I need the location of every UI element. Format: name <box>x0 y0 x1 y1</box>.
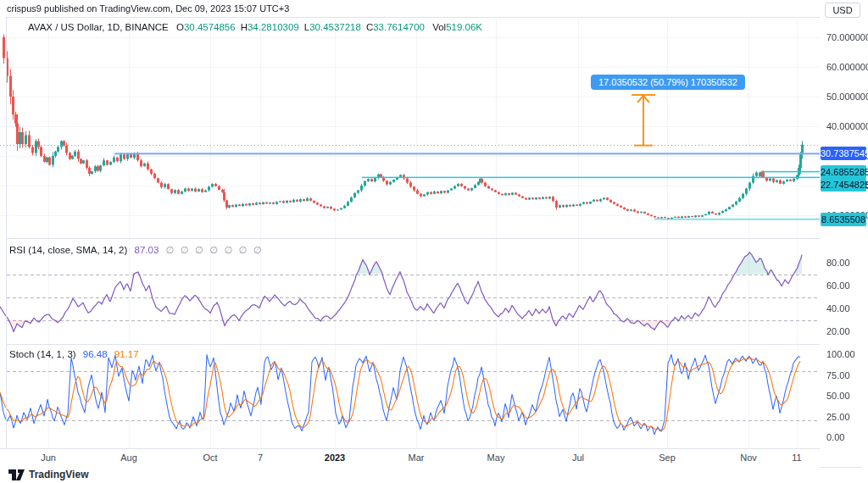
stoch-d-value: 91.17 <box>114 349 139 359</box>
ohlc-values: O30.4574856H34.2810309L30.4537218C33.761… <box>171 22 425 32</box>
frame-left-border <box>6 17 7 467</box>
rsi-empty-values: ∅ ∅ ∅ ∅ ∅ ∅ ∅ <box>166 245 264 255</box>
stoch-tick: 75.00 <box>826 370 850 380</box>
price-axis[interactable]: 70.000000060.000000050.000000040.0000000… <box>820 17 868 467</box>
time-label: Jun <box>41 452 56 463</box>
price-level-label: 24.6855285 <box>821 165 866 179</box>
stoch-k-value: 96.48 <box>83 349 108 359</box>
time-label: 11 <box>792 452 801 463</box>
vol-label: Vol <box>432 22 446 32</box>
ohlc-item-value: 34.2810309 <box>248 22 299 32</box>
stoch-legend[interactable]: Stoch (14, 1, 3) 96.48 91.17 <box>9 349 139 359</box>
tradingview-logo-icon <box>8 469 25 480</box>
price-tick: 50.0000000 <box>826 92 868 102</box>
ohlc-item-label: C <box>366 22 373 32</box>
vol-value: 519.06K <box>446 22 482 32</box>
price-range-annotation[interactable]: 17.0350532 (50.79%) 170350532 <box>591 75 745 90</box>
published-attribution: crispus9 published on TradingView.com, D… <box>7 3 289 14</box>
currency-toggle[interactable]: USD <box>825 3 860 18</box>
price-level-label: 30.7387545 <box>821 147 866 160</box>
symbol-legend[interactable]: AVAX / US Dollar, 1D, BINANCE O30.457485… <box>28 22 482 32</box>
ohlc-item-label: O <box>176 22 184 32</box>
price-level-label: 8.6535508 <box>821 213 866 226</box>
time-label: May <box>487 452 505 463</box>
stoch-tick: 0.00 <box>826 432 844 442</box>
time-axis[interactable]: JunAugOct72023MarMayJulSepNov11 <box>0 448 820 468</box>
time-label: Oct <box>203 452 217 463</box>
chart-canvas[interactable] <box>0 0 820 468</box>
time-label: Sep <box>659 452 676 463</box>
time-label: Nov <box>740 452 757 463</box>
time-label: Mar <box>409 452 425 463</box>
stoch-tick: 25.00 <box>826 412 850 422</box>
ohlc-item-value: 30.4574856 <box>184 22 236 32</box>
frame-top-border <box>6 17 862 18</box>
price-tick: 40.0000000 <box>826 121 868 131</box>
pane-divider-stoch[interactable] <box>6 344 862 345</box>
ohlc-item-value: 33.7614700 <box>373 22 425 32</box>
stoch-tick: 50.00 <box>826 391 850 401</box>
stoch-title[interactable]: Stoch (14, 1, 3) <box>9 349 76 359</box>
time-label: Jul <box>572 452 584 463</box>
price-tick: 70.0000000 <box>826 32 868 42</box>
tradingview-logo[interactable]: TradingView <box>8 469 88 480</box>
tradingview-logo-text: TradingView <box>29 469 88 480</box>
rsi-tick: 40.00 <box>826 303 850 314</box>
rsi-value: 87.03 <box>135 245 159 255</box>
rsi-tick: 20.00 <box>826 326 850 336</box>
pane-divider-rsi[interactable] <box>6 238 862 239</box>
rsi-title[interactable]: RSI (14, close, SMA, 14, 2) <box>9 245 127 255</box>
symbol-title[interactable]: AVAX / US Dollar, 1D, BINANCE <box>28 22 169 32</box>
rsi-tick: 60.00 <box>826 280 850 291</box>
price-tick: 60.0000000 <box>826 62 868 72</box>
ohlc-item-value: 30.4537218 <box>309 22 361 32</box>
rsi-tick: 80.00 <box>826 258 850 268</box>
time-label: 7 <box>258 452 263 463</box>
price-level-label: 22.7454825 <box>821 178 866 192</box>
time-label: 2023 <box>325 452 345 463</box>
rsi-legend[interactable]: RSI (14, close, SMA, 14, 2) 87.03 ∅ ∅ ∅ … <box>9 244 264 256</box>
ohlc-item-label: H <box>241 22 248 32</box>
time-label: Aug <box>120 452 137 463</box>
stoch-tick: 100.00 <box>826 349 855 359</box>
tradingview-published-chart: crispus9 published on TradingView.com, D… <box>0 0 868 483</box>
